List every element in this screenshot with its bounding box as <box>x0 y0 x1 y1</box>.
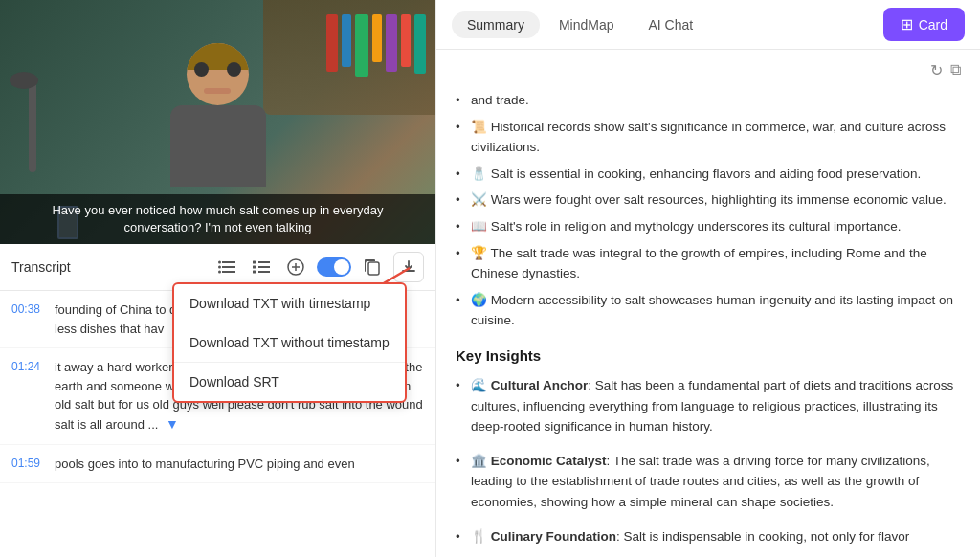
insight-1-emoji: 🏛️ <box>471 454 491 468</box>
svg-point-5 <box>218 271 221 274</box>
bullet-6: 🌍 Modern accessibility to salt showcases… <box>456 287 961 334</box>
bullet-3: ⚔️ Wars were fought over salt resources,… <box>456 187 961 213</box>
timestamp-0124: 01:24 <box>11 358 45 434</box>
tab-mindmap[interactable]: MindMap <box>544 11 630 38</box>
download-txt-no-timestamp[interactable]: Download TXT without timestamp <box>174 323 405 363</box>
download-txt-timestamp[interactable]: Download TXT with timestamp <box>174 284 405 323</box>
refresh-icon[interactable]: ↻ <box>930 61 943 79</box>
timestamp-0038: 00:38 <box>11 301 45 338</box>
card-button-label: Card <box>919 17 947 33</box>
subtitle-bar: Have you ever noticed how much salt come… <box>0 194 435 244</box>
tabs-bar: Summary MindMap AI Chat ⊞ Card <box>436 0 980 50</box>
key-insights-heading: Key Insights <box>456 347 961 364</box>
bullet-1: 📜 Historical records show salt's signifi… <box>456 114 961 161</box>
summary-bullets: and trade. 📜 Historical records show sal… <box>456 87 961 334</box>
insight-0: 🌊 Cultural Anchor: Salt has been a funda… <box>456 371 961 441</box>
bullet-2: 🧂 Salt is essential in cooking, enhancin… <box>456 161 961 188</box>
card-button[interactable]: ⊞ Card <box>883 8 965 41</box>
insight-0-label: Cultural Anchor <box>491 378 589 392</box>
download-button[interactable] <box>393 252 424 282</box>
insight-2-colon: : <box>616 529 624 544</box>
add-icon[interactable] <box>282 254 309 280</box>
download-srt[interactable]: Download SRT <box>174 363 405 401</box>
insight-1-label: Economic Catalyst <box>491 454 607 468</box>
insight-2-emoji: 🍴 <box>471 529 491 544</box>
svg-rect-10 <box>253 266 256 269</box>
svg-rect-11 <box>253 271 256 274</box>
tab-summary[interactable]: Summary <box>452 11 540 38</box>
svg-rect-9 <box>253 261 256 264</box>
transcript-label: Transcript <box>11 259 206 275</box>
copy-icon[interactable] <box>359 254 386 280</box>
timestamp-0159: 01:59 <box>11 455 45 474</box>
insight-0-emoji: 🌊 <box>471 378 491 392</box>
bullet-5: 🏆 The salt trade was integral to the gro… <box>456 240 961 287</box>
svg-point-3 <box>218 261 221 264</box>
insight-2: 🍴 Culinary Foundation: Salt is indispens… <box>456 523 961 551</box>
right-panel: Summary MindMap AI Chat ⊞ Card ↻ ⧉ and t… <box>435 0 980 557</box>
insight-1: 🏛️ Economic Catalyst: The salt trade was… <box>456 447 961 517</box>
action-icons: ↻ ⧉ <box>456 61 961 79</box>
download-dropdown: Download TXT with timestamp Download TXT… <box>172 282 407 403</box>
list-lines-icon[interactable] <box>213 254 240 280</box>
bullet-0: and trade. <box>456 87 961 114</box>
expand-arrow[interactable]: ▼ <box>166 416 179 432</box>
summary-content: ↻ ⧉ and trade. 📜 Historical records show… <box>436 50 980 557</box>
bullet-4: 📖 Salt's role in religion and mythology … <box>456 213 961 240</box>
insight-2-label: Culinary Foundation <box>491 529 616 544</box>
svg-rect-15 <box>368 262 379 275</box>
transcript-text-0159: pools goes into to manufacturing PVC pip… <box>55 455 355 474</box>
insight-1-colon: : <box>607 454 613 468</box>
video-player: Have you ever noticed how much salt come… <box>0 0 435 244</box>
bullet-list-icon[interactable] <box>248 254 275 280</box>
subtitle-text: Have you ever noticed how much salt come… <box>19 202 416 236</box>
svg-point-4 <box>218 266 221 269</box>
copy-content-icon[interactable]: ⧉ <box>950 61 961 79</box>
insight-2-text: Salt is indispensable in cooking, not on… <box>624 529 910 544</box>
auto-scroll-toggle[interactable] <box>317 257 351 277</box>
insight-0-colon: : <box>588 378 595 392</box>
tab-aichat[interactable]: AI Chat <box>634 11 709 38</box>
card-icon: ⊞ <box>901 15 913 33</box>
transcript-item: 01:59 pools goes into to manufacturing P… <box>0 445 435 484</box>
